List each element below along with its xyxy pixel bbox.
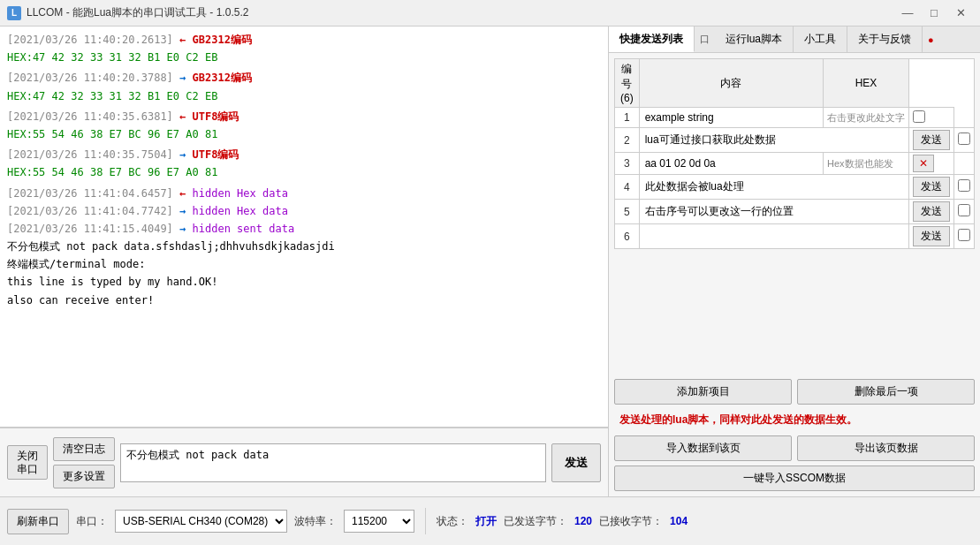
refresh-port-button[interactable]: 刷新串口	[7, 509, 69, 534]
row-input-2[interactable]	[643, 132, 905, 148]
row-content-2[interactable]	[639, 128, 908, 153]
tab-tools[interactable]: 小工具	[794, 26, 847, 52]
send-input[interactable]: 不分包模式 not pack data	[120, 443, 546, 482]
tab-bar: 快捷发送列表 口 运行lua脚本 小工具 关于与反馈 ●	[609, 26, 980, 53]
export-button[interactable]: 导出该页数据	[797, 435, 975, 461]
row-send-btn-2[interactable]: 发送	[913, 130, 950, 150]
log-time: [2021/03/26 11:40:20.2613]	[7, 34, 173, 46]
send-button[interactable]: 发送	[551, 443, 601, 482]
log-typed-text-2: also can receive enter!	[7, 294, 154, 307]
maximize-button[interactable]: □	[922, 4, 946, 23]
row-input-1[interactable]	[643, 110, 819, 125]
table-row: 6 发送	[615, 224, 975, 249]
row-num-2: 2	[615, 128, 640, 153]
row-send-btn-5[interactable]: 发送	[913, 201, 950, 222]
send-bar-middle-buttons: 清空日志 更多设置	[53, 437, 115, 488]
log-arrow-send: →	[179, 205, 192, 217]
main-area: [2021/03/26 11:40:20.2613] ← GB2312编码 HE…	[0, 26, 980, 496]
row-hex-check-2[interactable]	[954, 128, 975, 153]
row-input-3[interactable]	[643, 155, 819, 171]
log-typed-text-1: this line is typed by my hand.OK!	[7, 276, 217, 288]
row-send-cell-6[interactable]: 发送	[909, 224, 954, 249]
clear-log-button[interactable]: 清空日志	[53, 437, 115, 461]
log-arrow-send: →	[179, 223, 192, 235]
baud-select[interactable]: 115200	[344, 510, 414, 533]
log-time: [2021/03/26 11:40:35.7504]	[7, 148, 173, 161]
tab-quick-send[interactable]: 快捷发送列表	[609, 26, 695, 52]
row-input-6[interactable]	[643, 229, 905, 245]
log-label-utf8-recv: UTF8编码	[193, 110, 239, 123]
row-del-btn-3[interactable]: ✕	[913, 155, 934, 172]
table-row: 2 发送	[615, 128, 975, 153]
del-last-button[interactable]: 删除最后一项	[797, 379, 975, 405]
left-panel: [2021/03/26 11:40:20.2613] ← GB2312编码 HE…	[0, 26, 609, 496]
close-port-button[interactable]: 关闭 串口	[7, 445, 48, 480]
row-hex-checkbox-2[interactable]	[958, 132, 970, 145]
row-num-5: 5	[615, 200, 640, 224]
tab-about[interactable]: 关于与反馈	[847, 26, 923, 52]
log-arrow-recv: ←	[179, 187, 192, 200]
log-hex-2: HEX:47 42 32 33 31 32 B1 E0 C2 EB	[7, 88, 601, 105]
row-input-5[interactable]	[643, 204, 905, 220]
row-input-4[interactable]	[643, 179, 905, 195]
log-entry-5: [2021/03/26 11:41:04.6457] ← hidden Hex …	[7, 185, 601, 202]
log-hidden-sent: hidden sent data	[193, 223, 295, 235]
row-send-btn-6[interactable]: 发送	[913, 226, 950, 246]
window-title: LLCOM - 能跑Lua脚本的串口调试工具 - 1.0.5.2	[27, 5, 248, 20]
add-del-row: 添加新项目 删除最后一项	[614, 379, 975, 405]
row-hex-checkbox-4[interactable]	[958, 179, 970, 192]
import-button[interactable]: 导入数据到该页	[614, 435, 792, 461]
row-hex-checkbox-6[interactable]	[958, 229, 970, 241]
status-bar: 刷新串口 串口： USB-SERIAL CH340 (COM28) 波特率： 1…	[0, 496, 980, 545]
tab-icon-dot[interactable]: ●	[923, 26, 939, 52]
tab-run-lua[interactable]: 运行lua脚本	[715, 26, 794, 52]
log-hex-value: HEX:55 54 46 38 E7 BC 96 E7 A0 81	[7, 166, 217, 178]
log-hidden-hex-recv: hidden Hex data	[193, 187, 288, 200]
log-hex-1: HEX:47 42 32 33 31 32 B1 E0 C2 EB	[7, 49, 601, 66]
row-send-cell-4[interactable]: 发送	[909, 175, 954, 200]
row-num-6: 6	[615, 224, 640, 249]
title-bar: L LLCOM - 能跑Lua脚本的串口调试工具 - 1.0.5.2 — □ ✕	[0, 0, 980, 26]
port-select[interactable]: USB-SERIAL CH340 (COM28)	[115, 510, 287, 533]
table-row: 3 Hex数据也能发 ✕	[615, 153, 975, 175]
send-bar: 关闭 串口 清空日志 更多设置 不分包模式 not pack data 发送	[0, 428, 608, 496]
log-time: [2021/03/26 11:40:20.3788]	[7, 72, 173, 84]
row-hex-checkbox-1[interactable]	[913, 110, 925, 123]
row-hex-check-4[interactable]	[954, 175, 975, 200]
row-del-cell-3[interactable]: ✕	[909, 153, 954, 175]
tab-icon-port[interactable]: 口	[695, 26, 715, 52]
row-content-6[interactable]	[639, 224, 908, 249]
table-row: 4 发送	[615, 175, 975, 200]
row-hint-3: Hex数据也能发	[824, 153, 909, 175]
row-content-5[interactable]	[639, 200, 908, 224]
sscom-import-button[interactable]: 一键导入SSCOM数据	[614, 466, 975, 491]
row-hex-check-5[interactable]	[954, 200, 975, 224]
row-content-3[interactable]	[639, 153, 823, 175]
log-entry-1: [2021/03/26 11:40:20.2613] ← GB2312编码	[7, 32, 601, 49]
minimize-button[interactable]: —	[895, 4, 920, 23]
log-terminal-mode: 终端模式/terminal mode:	[7, 258, 145, 270]
log-area[interactable]: [2021/03/26 11:40:20.2613] ← GB2312编码 HE…	[0, 26, 608, 428]
row-send-cell-2[interactable]: 发送	[909, 128, 954, 153]
lua-note: 发送处理的lua脚本，同样对此处发送的数据生效。	[614, 409, 975, 431]
title-bar-left: L LLCOM - 能跑Lua脚本的串口调试工具 - 1.0.5.2	[7, 5, 248, 20]
row-hex-checkbox-5[interactable]	[958, 204, 970, 216]
close-button[interactable]: ✕	[948, 4, 973, 23]
log-time: [2021/03/26 11:41:04.6457]	[7, 187, 173, 200]
log-nopack-text: 不分包模式 not pack data.sfshdaslj;dhhvuhsdkj…	[7, 240, 335, 253]
row-content-4[interactable]	[639, 175, 908, 200]
right-actions: 添加新项目 删除最后一项 发送处理的lua脚本，同样对此处发送的数据生效。 导入…	[609, 374, 980, 496]
row-num-3: 3	[615, 153, 640, 175]
add-item-button[interactable]: 添加新项目	[614, 379, 792, 405]
send-bar-left: 关闭 串口	[7, 445, 48, 480]
log-entry-7: [2021/03/26 11:41:15.4049] → hidden sent…	[7, 221, 601, 238]
row-send-cell-5[interactable]: 发送	[909, 200, 954, 224]
log-hex-4: HEX:55 54 46 38 E7 BC 96 E7 A0 81	[7, 164, 601, 181]
col-header-num: 编号 (6)	[615, 59, 640, 108]
row-hex-check-1[interactable]	[909, 108, 954, 128]
more-settings-button[interactable]: 更多设置	[53, 465, 115, 488]
log-arrow-send: →	[179, 72, 192, 84]
row-send-btn-4[interactable]: 发送	[913, 177, 950, 197]
row-content-1[interactable]	[639, 108, 823, 128]
row-hex-check-6[interactable]	[954, 224, 975, 249]
